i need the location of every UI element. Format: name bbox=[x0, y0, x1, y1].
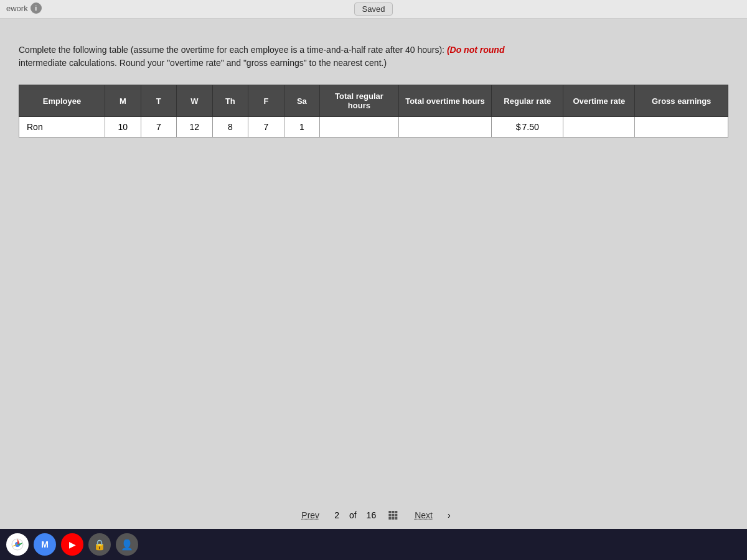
cell-regular-rate: $ 7.50 bbox=[492, 117, 563, 138]
info-icon: i bbox=[31, 2, 42, 14]
prev-button[interactable]: Prev bbox=[296, 508, 324, 523]
header-left: ework i bbox=[0, 0, 48, 16]
regular-rate-value: 7.50 bbox=[522, 122, 539, 132]
col-header-F: F bbox=[248, 85, 284, 117]
page-separator: of bbox=[349, 510, 357, 520]
col-header-Th: Th bbox=[212, 85, 248, 117]
cell-F: 7 bbox=[248, 117, 284, 138]
instructions-text: Complete the following table (assume the… bbox=[19, 44, 728, 70]
video-icon[interactable]: ▶ bbox=[61, 533, 83, 556]
network-label: ework bbox=[6, 4, 28, 13]
col-header-Sa: Sa bbox=[284, 85, 320, 117]
cell-employee: Ron bbox=[19, 117, 105, 138]
col-header-employee: Employee bbox=[19, 85, 105, 117]
cell-M: 10 bbox=[105, 117, 141, 138]
chrome-icon[interactable] bbox=[6, 533, 29, 556]
top-bar: Saved bbox=[0, 0, 747, 19]
col-header-W: W bbox=[177, 85, 213, 117]
col-header-M: M bbox=[105, 85, 141, 117]
cell-Sa: 1 bbox=[284, 117, 320, 138]
mail-icon[interactable]: M bbox=[34, 533, 56, 556]
content-area: Complete the following table (assume the… bbox=[0, 19, 747, 150]
instructions-line1: Complete the following table (assume the… bbox=[19, 45, 444, 55]
cell-total-overtime-hours[interactable] bbox=[398, 117, 492, 138]
col-header-total-regular-hours: Total regular hours bbox=[320, 85, 399, 117]
lock-icon[interactable]: 🔒 bbox=[88, 533, 111, 556]
input-total-regular-hours[interactable] bbox=[325, 121, 393, 133]
col-header-total-overtime-hours: Total overtime hours bbox=[398, 85, 492, 117]
table-header-row: Employee M T W Th F Sa Total regular hou… bbox=[19, 85, 728, 117]
input-gross-earnings[interactable] bbox=[640, 121, 723, 133]
dollar-symbol: $ bbox=[516, 122, 521, 132]
table-row: Ron 10 7 12 8 7 1 $ 7.50 bbox=[19, 117, 728, 138]
cell-overtime-rate[interactable] bbox=[563, 117, 635, 138]
cell-gross-earnings[interactable] bbox=[635, 117, 728, 138]
col-header-T: T bbox=[141, 85, 177, 117]
payroll-table: Employee M T W Th F Sa Total regular hou… bbox=[19, 85, 728, 138]
page-total: 16 bbox=[367, 510, 377, 520]
cell-total-regular-hours[interactable] bbox=[320, 117, 399, 138]
col-header-gross-earnings: Gross earnings bbox=[635, 85, 728, 117]
next-chevron: › bbox=[448, 510, 451, 520]
next-button[interactable]: Next bbox=[410, 508, 438, 523]
col-header-overtime-rate: Overtime rate bbox=[563, 85, 635, 117]
bottom-navigation: Prev 2 of 16 Next › bbox=[296, 508, 450, 523]
grid-icon[interactable] bbox=[388, 511, 397, 520]
page-current: 2 bbox=[334, 510, 339, 520]
taskbar: M ▶ 🔒 👤 bbox=[0, 529, 747, 560]
instructions-line2: intermediate calculations. Round your "o… bbox=[19, 58, 387, 68]
user-icon[interactable]: 👤 bbox=[116, 533, 138, 556]
cell-W: 12 bbox=[177, 117, 213, 138]
input-total-overtime-hours[interactable] bbox=[404, 121, 487, 133]
cell-T: 7 bbox=[141, 117, 177, 138]
chrome-logo-svg bbox=[11, 538, 24, 551]
col-header-regular-rate: Regular rate bbox=[492, 85, 563, 117]
regular-rate-container: $ 7.50 bbox=[497, 122, 558, 132]
instructions-emphasis: (Do not round bbox=[447, 45, 505, 55]
input-overtime-rate[interactable] bbox=[568, 121, 629, 133]
cell-Th: 8 bbox=[212, 117, 248, 138]
saved-badge: Saved bbox=[354, 2, 393, 16]
